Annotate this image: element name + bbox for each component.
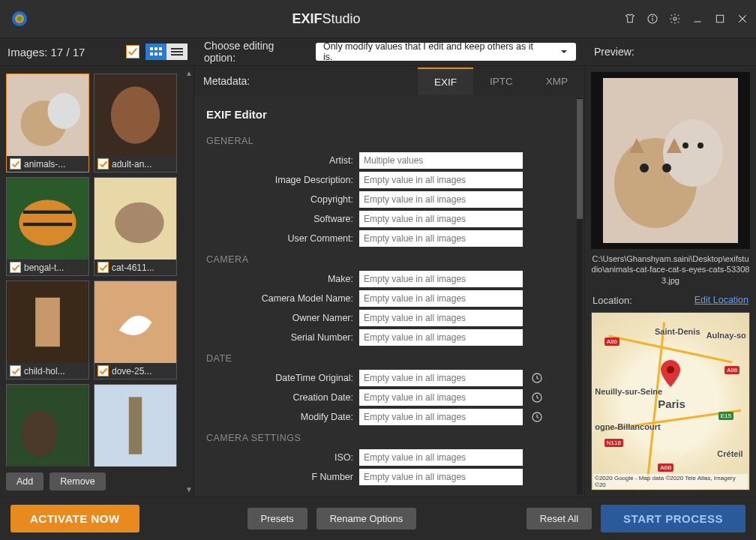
- location-label: Location:: [592, 295, 632, 306]
- tab-iptc[interactable]: IPTC: [473, 68, 530, 94]
- thumbnail-item[interactable]: cat-4611...: [94, 177, 177, 276]
- map[interactable]: Saint-Denis Aulnay-so Neuilly-sur-Seine …: [591, 312, 750, 490]
- map-badge: A6B: [658, 464, 674, 472]
- svg-point-52: [698, 142, 704, 148]
- svg-rect-15: [154, 52, 158, 56]
- map-badge: E15: [718, 412, 734, 420]
- reset-all-button[interactable]: Reset All: [526, 508, 592, 530]
- thumbnail-checkbox[interactable]: [10, 262, 21, 273]
- svg-rect-12: [154, 47, 158, 50]
- svg-rect-37: [129, 397, 142, 454]
- thumbnail-grid: animals-...adult-an...bengal-t...cat-461…: [6, 74, 180, 466]
- thumbnail-item[interactable]: historica...: [94, 384, 177, 466]
- field-label-serial_number: Serial Number:: [203, 332, 353, 343]
- maximize-icon[interactable]: [714, 13, 726, 25]
- thumbnail-checkbox[interactable]: [98, 365, 109, 376]
- thumbnail-item[interactable]: adult-an...: [94, 74, 177, 172]
- field-label-make: Make:: [203, 274, 353, 284]
- thumbnail-label: dove-25...: [112, 366, 152, 376]
- thumbnail-checkbox[interactable]: [10, 158, 21, 170]
- minimize-icon[interactable]: [692, 13, 704, 25]
- field-input-copyright[interactable]: [359, 191, 523, 208]
- clock-icon[interactable]: [529, 389, 545, 406]
- thumbnail-sidebar: animals-...adult-an...bengal-t...cat-461…: [0, 66, 184, 496]
- field-input-serial_number[interactable]: [359, 329, 523, 346]
- svg-rect-28: [23, 223, 72, 226]
- thumbnail-item[interactable]: bengal-t...: [6, 177, 89, 276]
- select-all-checkbox[interactable]: [126, 45, 140, 58]
- field-label-owner_name: Owner Namer:: [203, 313, 353, 323]
- svg-point-2: [17, 16, 22, 21]
- field-input-artist[interactable]: [359, 152, 523, 169]
- exif-editor: EXIF Editor GENERAL Artist:Image Descrip…: [194, 96, 584, 496]
- chevron-down-icon: [560, 47, 568, 56]
- close-icon[interactable]: [736, 13, 748, 25]
- tshirt-icon[interactable]: [624, 13, 636, 25]
- field-input-creation_date[interactable]: [359, 389, 523, 406]
- field-label-iso: ISO:: [203, 452, 353, 463]
- metadata-label: Metadata:: [203, 75, 250, 87]
- field-label-datetime_original: DateTime Original:: [203, 373, 353, 383]
- view-toggle[interactable]: [146, 44, 188, 60]
- activate-button[interactable]: ACTIVATE NOW: [10, 505, 140, 532]
- field-input-camera_model[interactable]: [359, 290, 523, 307]
- titlebar: EXIFStudio: [0, 0, 756, 38]
- editing-option-dropdown[interactable]: Only modify values that I edit and keep …: [316, 43, 576, 61]
- start-process-button[interactable]: START PROCESS: [601, 505, 746, 532]
- section-date: DATE: [203, 349, 569, 370]
- svg-rect-11: [150, 47, 153, 50]
- thumbnail-item[interactable]: dove-25...: [94, 280, 177, 380]
- thumbnail-image: [94, 281, 176, 363]
- grid-view-icon[interactable]: [146, 44, 166, 60]
- thumbnail-item[interactable]: forest-4...: [6, 384, 89, 466]
- edit-location-link[interactable]: Edit Location: [694, 295, 748, 305]
- list-view-icon[interactable]: [166, 44, 188, 60]
- remove-button[interactable]: Remove: [50, 472, 106, 490]
- thumbnail-checkbox[interactable]: [98, 262, 109, 273]
- presets-button[interactable]: Presets: [248, 508, 308, 530]
- field-input-image_description[interactable]: [359, 172, 523, 188]
- thumbnail-item[interactable]: child-hol...: [6, 280, 89, 380]
- field-input-software[interactable]: [359, 211, 523, 227]
- settings-icon[interactable]: [669, 13, 681, 25]
- thumbnail-image: [94, 74, 176, 156]
- editor-scrollbar[interactable]: [577, 98, 583, 495]
- field-input-iso[interactable]: [359, 449, 523, 466]
- field-label-copyright: Copyright:: [203, 194, 353, 205]
- map-badge: A86: [604, 338, 620, 346]
- field-label-software: Software:: [203, 214, 353, 224]
- svg-point-51: [682, 142, 688, 148]
- map-city: Paris: [658, 398, 686, 410]
- info-icon[interactable]: [646, 13, 658, 25]
- thumbnail-label: child-hol...: [24, 366, 65, 376]
- tab-exif[interactable]: EXIF: [418, 68, 473, 95]
- thumbnail-image: [7, 281, 88, 363]
- map-label: Créteil: [717, 449, 742, 458]
- clock-icon[interactable]: [529, 370, 545, 386]
- add-button[interactable]: Add: [6, 472, 44, 490]
- app-title: EXIFStudio: [28, 11, 624, 27]
- svg-point-24: [111, 86, 160, 143]
- map-marker-icon: [661, 360, 680, 387]
- field-input-owner_name[interactable]: [359, 310, 523, 326]
- field-label-f_number: F Number: [203, 472, 353, 482]
- map-attribution: ©2020 Google - Map data ©2020 Tele Atlas…: [593, 474, 748, 489]
- svg-rect-27: [23, 211, 72, 214]
- svg-rect-14: [150, 52, 153, 56]
- thumbnail-checkbox[interactable]: [98, 158, 109, 170]
- section-camera-settings: CAMERA SETTINGS: [203, 428, 569, 449]
- clock-icon[interactable]: [529, 409, 545, 425]
- thumbnail-label: adult-an...: [112, 159, 152, 170]
- svg-rect-32: [35, 298, 60, 346]
- tab-xmp[interactable]: XMP: [530, 68, 584, 94]
- field-input-f_number[interactable]: [359, 469, 523, 485]
- field-input-datetime_original[interactable]: [359, 370, 523, 386]
- field-input-make[interactable]: [359, 271, 523, 287]
- field-input-user_comment[interactable]: [359, 230, 523, 247]
- thumbnail-scrollbar[interactable]: ▲▼: [184, 66, 194, 496]
- thumbnail-item[interactable]: animals-...: [6, 74, 89, 172]
- svg-point-5: [652, 16, 653, 16]
- rename-options-button[interactable]: Rename Options: [316, 508, 417, 530]
- thumbnail-checkbox[interactable]: [10, 365, 21, 376]
- field-input-modify_date[interactable]: [359, 409, 523, 425]
